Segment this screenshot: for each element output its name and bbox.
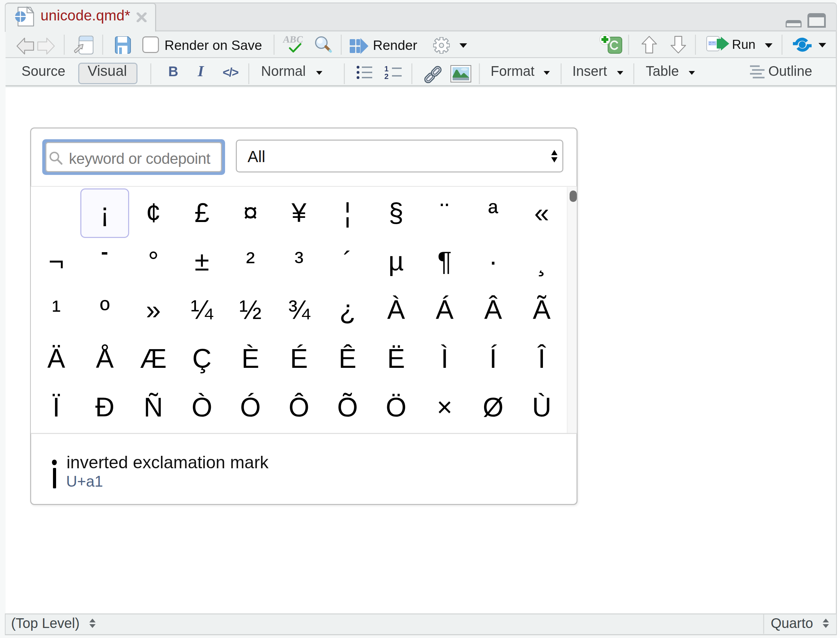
svg-text:2: 2 (384, 72, 388, 80)
